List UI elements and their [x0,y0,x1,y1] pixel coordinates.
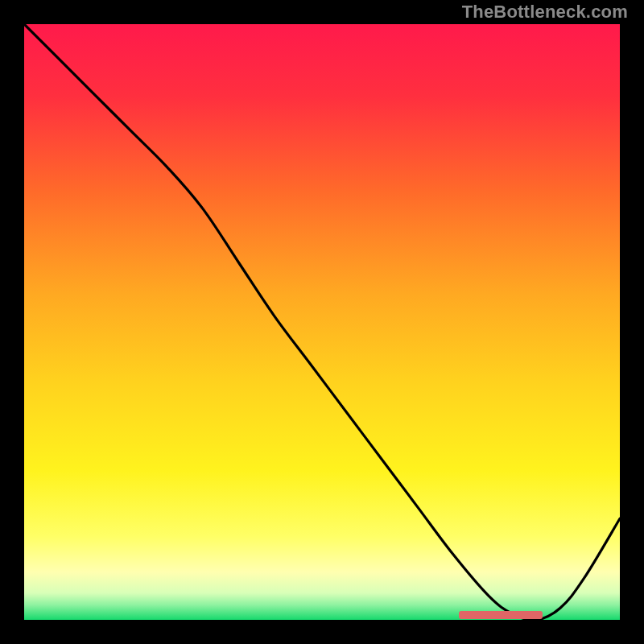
optimal-range-marker [459,611,543,619]
plot-svg [24,24,620,620]
chart-frame: TheBottleneck.com [0,0,644,644]
plot-area [24,24,620,620]
watermark-text: TheBottleneck.com [462,2,628,23]
